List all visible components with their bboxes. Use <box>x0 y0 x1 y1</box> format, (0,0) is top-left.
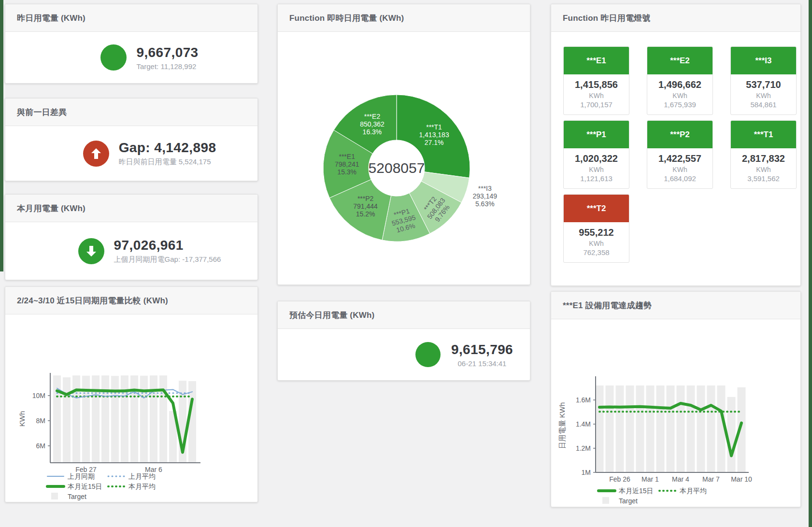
light-tiles-grid: ***E11,415,856KWh1,700,157***E21,496,662… <box>551 32 800 263</box>
comparison-line-bar-chart[interactable]: 6M8M10MFeb 27Mar 6KWh上月同期上月平均本月近15日本月平均T… <box>5 287 258 503</box>
light-tile-E2: ***E21,496,662KWh1,675,939 <box>647 46 713 115</box>
x-tick-label: Mar 1 <box>641 475 659 483</box>
y-tick-label: 1.6M <box>576 396 591 404</box>
panel-e1-trend-chart: ***E1 設備用電達成趨勢 1M1.2M1.4M1.6MFeb 26Mar 1… <box>551 291 801 507</box>
legend-label: 上月平均 <box>128 472 156 480</box>
target-bar[interactable] <box>656 385 665 472</box>
y-tick-label: 6M <box>36 442 45 450</box>
panel-yesterday-usage: 昨日用電量 (KWh) 9,667,073 Target: 11,128,992 <box>5 4 258 84</box>
y-axis-label: 日用電量 KWh <box>558 402 566 449</box>
light-tile-unit: KWh <box>565 240 628 247</box>
y-tick-label: 10M <box>32 392 45 399</box>
legend-item-本月近15日[interactable]: 本月近15日 <box>598 487 654 495</box>
stat-text: Gap: 4,142,898 昨日與前日用電量 5,524,175 <box>119 140 216 167</box>
target-bar[interactable] <box>687 385 695 472</box>
light-tile-E1: ***E11,415,856KWh1,700,157 <box>563 46 629 115</box>
stat-body: 9,615,796 06-21 15:34:41 <box>278 329 530 380</box>
light-tile-body: 1,422,557KWh1,684,092 <box>647 148 712 188</box>
panel-day-gap: 與前一日差異 Gap: 4,142,898 昨日與前日用電量 5,524,175 <box>5 98 258 181</box>
stat-text: 9,615,796 06-21 15:34:41 <box>451 342 513 368</box>
panel-15day-comparison-chart: 2/24~3/10 近15日同期用電量比較 (KWh) 6M8M10MFeb 2… <box>5 286 258 502</box>
target-bar[interactable] <box>646 385 655 472</box>
light-tile-value: 1,020,322 <box>565 153 628 164</box>
legend-item-本月平均[interactable]: 本月平均 <box>108 483 156 490</box>
light-tile-body: 1,496,662KWh1,675,939 <box>647 74 712 114</box>
target-bar[interactable] <box>707 385 715 472</box>
e1-trend-line-bar-chart[interactable]: 1M1.2M1.4M1.6MFeb 26Mar 1Mar 4Mar 7Mar 1… <box>551 292 801 508</box>
legend-label: Target <box>619 497 638 505</box>
realtime-usage-donut-chart[interactable]: ***T11,413,18327.1%***I3293,1495.63%***T… <box>278 32 531 285</box>
target-bar[interactable] <box>616 385 624 472</box>
light-tile-unit: KWh <box>732 166 795 173</box>
left-edge-strip <box>0 0 3 271</box>
light-tile-label: ***E1 <box>564 47 629 74</box>
light-tile-T1: ***T12,817,832KWh3,591,562 <box>730 120 797 189</box>
light-tile-label: ***T1 <box>731 121 796 148</box>
target-bar[interactable] <box>636 385 644 472</box>
legend-item-Target[interactable]: Target <box>602 497 638 505</box>
target-bar[interactable] <box>626 385 634 472</box>
target-bar[interactable] <box>130 375 138 463</box>
arrow-up-icon <box>83 141 109 167</box>
legend-item-本月近15日[interactable]: 本月近15日 <box>47 483 102 490</box>
light-tile-unit: KWh <box>648 92 712 100</box>
stat-timestamp: 06-21 15:34:41 <box>451 359 513 368</box>
light-tile-body: 1,415,856KWh1,700,157 <box>564 74 629 114</box>
x-tick-label: Feb 26 <box>609 475 630 483</box>
stat-text: 97,026,961 上個月同期用電Gap: -17,377,566 <box>114 238 221 264</box>
panel-title[interactable]: Function 即時日用電量 (KWh) <box>289 13 404 24</box>
light-tile-value: 537,710 <box>732 79 795 90</box>
light-tile-P1: ***P11,020,322KWh1,121,613 <box>563 120 629 189</box>
panel-yesterday-lights: Function 昨日用電燈號 ***E11,415,856KWh1,700,1… <box>551 4 801 286</box>
target-bar[interactable] <box>727 397 736 472</box>
target-bar[interactable] <box>92 375 100 463</box>
light-tile-body: 955,212KWh762,358 <box>564 222 629 262</box>
target-bar[interactable] <box>111 376 119 463</box>
stat-subtitle: Target: 11,128,992 <box>136 62 198 71</box>
legend-item-上月平均[interactable]: 上月平均 <box>108 472 156 480</box>
target-bar[interactable] <box>667 385 675 472</box>
light-tile-unit: KWh <box>565 92 628 100</box>
light-tile-body: 1,020,322KWh1,121,613 <box>564 148 629 188</box>
legend-label: 本月平均 <box>128 483 156 490</box>
right-edge-strip <box>809 0 812 527</box>
light-tile-target: 1,675,939 <box>648 100 712 109</box>
light-tile-label: ***P2 <box>647 121 712 148</box>
donut-center-total: 5208057 <box>369 160 425 176</box>
panel-title[interactable]: 昨日用電量 (KWh) <box>17 13 85 24</box>
target-bar[interactable] <box>677 385 685 472</box>
light-tile-unit: KWh <box>565 166 628 173</box>
stat-value: 97,026,961 <box>114 238 221 253</box>
target-bar[interactable] <box>697 385 705 472</box>
light-tile-label: ***I3 <box>731 47 796 74</box>
panel-header: 本月用電量 (KWh) <box>5 195 257 222</box>
y-tick-label: 8M <box>36 417 45 425</box>
target-bar[interactable] <box>150 375 157 463</box>
target-bar[interactable] <box>596 385 604 472</box>
legend-item-上月同期[interactable]: 上月同期 <box>47 472 95 480</box>
legend-item-本月平均[interactable]: 本月平均 <box>659 487 707 495</box>
stat-subtitle: 上個月同期用電Gap: -17,377,566 <box>114 255 221 264</box>
light-tile-label: ***T2 <box>564 195 629 222</box>
target-bar[interactable] <box>606 385 614 472</box>
panel-title[interactable]: 本月用電量 (KWh) <box>17 203 85 214</box>
panel-title[interactable]: 與前一日差異 <box>17 107 67 118</box>
x-tick-label: Mar 4 <box>672 475 689 483</box>
panel-header: 與前一日差異 <box>5 99 257 126</box>
target-bar[interactable] <box>121 375 128 463</box>
light-tile-value: 1,496,662 <box>648 79 712 90</box>
x-tick-label: Mar 7 <box>702 475 720 483</box>
stat-body: 9,667,073 Target: 11,128,992 <box>5 32 257 83</box>
y-tick-label: 1.2M <box>576 444 591 452</box>
target-bar[interactable] <box>101 375 109 463</box>
light-tile-value: 1,415,856 <box>565 79 628 90</box>
target-bar[interactable] <box>140 376 148 463</box>
y-tick-label: 1M <box>582 469 591 476</box>
light-tile-target: 1,121,613 <box>565 174 628 183</box>
panel-title[interactable]: 預估今日用電量 (KWh) <box>289 310 374 321</box>
target-bar[interactable] <box>63 377 71 463</box>
y-tick-label: 1.4M <box>576 420 591 428</box>
light-tile-unit: KWh <box>648 166 712 173</box>
legend-item-Target[interactable]: Target <box>51 493 86 500</box>
panel-title[interactable]: Function 昨日用電燈號 <box>563 13 650 24</box>
